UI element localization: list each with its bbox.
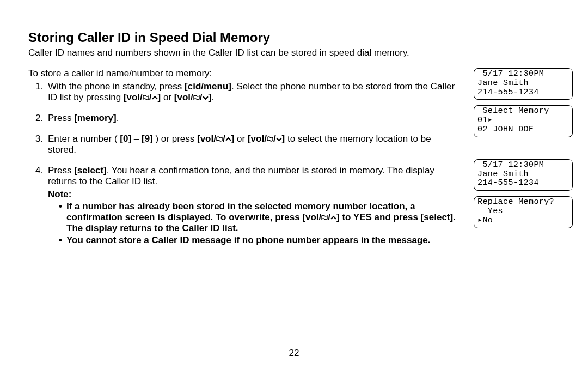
note-list: If a number has already been stored in t…: [48, 201, 458, 246]
intro-text: Caller ID names and numbers shown in the…: [28, 47, 573, 58]
steps-list: With the phone in standby, press [cid/me…: [28, 81, 458, 246]
chevron-up-icon: [330, 215, 336, 221]
step-2: Press [memory].: [46, 113, 458, 124]
ringer-icon: [267, 136, 273, 142]
chevron-up-icon: [152, 95, 158, 101]
page-number: 22: [0, 348, 588, 359]
step-3: Enter a number ( [0] – [9] ) or press [v…: [46, 134, 458, 155]
lcd-screen-caller-id-2: 5/17 12:30PM Jane Smith 214-555-1234: [474, 159, 573, 191]
chevron-down-icon: [203, 95, 209, 101]
chevron-down-icon: [276, 136, 282, 142]
chevron-up-icon: [225, 136, 231, 142]
step-4: Press [select]. You hear a confirmation …: [46, 165, 458, 246]
lcd-screen-replace-memory: Replace Memory? Yes ▸No: [474, 196, 573, 228]
ringer-icon: [321, 214, 328, 221]
ringer-icon: [193, 94, 200, 101]
note-2: You cannot store a Caller ID message if …: [59, 235, 458, 246]
ringer-icon: [143, 94, 149, 101]
ringer-icon: [216, 136, 223, 142]
step-1: With the phone in standby, press [cid/me…: [46, 81, 458, 103]
note-1: If a number has already been stored in t…: [59, 201, 458, 234]
lcd-screen-caller-id: 5/17 12:30PM Jane Smith 214-555-1234: [474, 68, 573, 100]
lcd-screen-select-memory: Select Memory 01▸ 02 JOHN DOE: [474, 105, 573, 137]
section-heading: Storing Caller ID in Speed Dial Memory: [28, 30, 573, 45]
lead-text: To store a caller id name/number to memo…: [28, 68, 458, 79]
note-heading: Note:: [48, 189, 458, 200]
